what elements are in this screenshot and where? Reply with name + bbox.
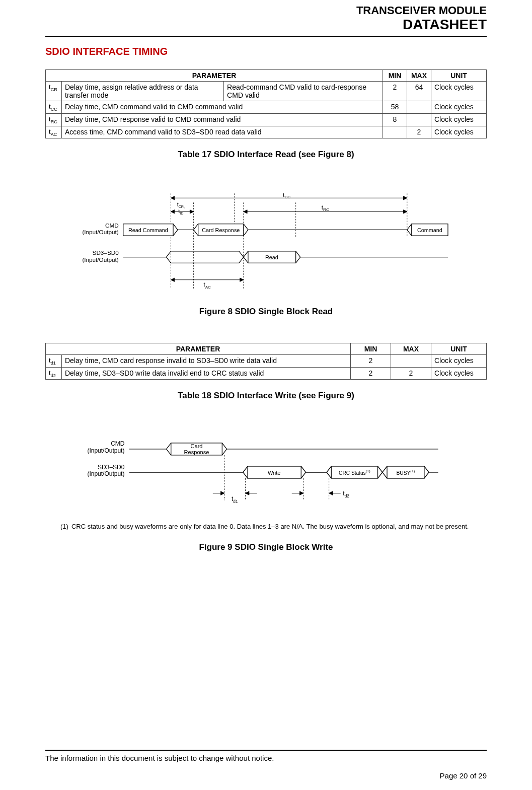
svg-marker-7 (171, 196, 174, 200)
table-header-row: PARAMETER MIN MAX UNIT (46, 343, 487, 355)
svg-line-35 (243, 251, 248, 257)
figure-9-footnote: (1) CRC status and busy waveforms are on… (60, 523, 472, 531)
footnote-num: (1) (60, 523, 68, 531)
page-number: Page 20 of 29 (45, 771, 487, 780)
header-line1: TRANSCEIVER MODULE (45, 4, 487, 17)
header-line2: DATASHEET (45, 17, 487, 33)
table-row: td1 Delay time, CMD card response invali… (46, 355, 487, 368)
unit-cell: Clock cycles (431, 114, 487, 126)
footer-area: The information in this document is subj… (45, 730, 487, 780)
svg-line-45 (166, 443, 171, 449)
desc-cell: Delay time, SD3–SD0 write data invalid e… (62, 367, 351, 380)
svg-line-34 (239, 257, 243, 263)
svg-marker-14 (403, 210, 407, 213)
symbol-cell: td2 (46, 367, 62, 380)
th-max: MAX (407, 70, 431, 82)
svg-marker-13 (243, 210, 247, 213)
label-cmd: CMD (111, 441, 125, 448)
svg-line-56 (301, 472, 306, 478)
desc2-cell: Read-command CMD valid to card-response … (224, 82, 383, 101)
svg-line-22 (243, 224, 248, 230)
desc-cell: Delay time, assign relative address or d… (62, 82, 224, 101)
unit-cell: Clock cycles (431, 82, 487, 101)
svg-line-67 (424, 472, 428, 478)
svg-line-59 (327, 472, 331, 478)
svg-marker-42 (171, 278, 174, 281)
desc-cell: Delay time, CMD response valid to CMD co… (62, 114, 383, 126)
label-card-resp-1: Card (190, 443, 202, 449)
svg-line-19 (193, 224, 198, 230)
label-sd-io: (Input/Output) (82, 256, 118, 263)
label-cmd-io: (Input/Output) (82, 229, 118, 236)
svg-marker-10 (171, 210, 174, 213)
page: TRANSCEIVER MODULE DATASHEET SDIO INTERF… (0, 0, 532, 790)
section-title: SDIO INTERFACE TIMING (45, 46, 487, 57)
max-cell (407, 101, 431, 114)
symbol-cell: td1 (46, 355, 62, 368)
min-cell: 2 (351, 355, 391, 368)
svg-marker-8 (403, 196, 407, 200)
svg-marker-76 (245, 491, 249, 495)
label-write: Write (267, 470, 280, 476)
label-cmd-io: (Input/Output) (87, 448, 124, 455)
svg-line-49 (222, 449, 226, 455)
label-td2: td2 (343, 490, 349, 499)
figure-9: CMD (Input/Output) SD3–SD0 (Input/Output… (85, 432, 447, 513)
label-card-response: Card Response (202, 227, 240, 233)
svg-marker-74 (220, 491, 224, 495)
svg-line-58 (327, 466, 331, 472)
table-18: PARAMETER MIN MAX UNIT td1 Delay time, C… (45, 343, 487, 380)
label-command: Command (417, 227, 442, 233)
desc-cell: Delay time, CMD card response invalid to… (62, 355, 351, 368)
label-sd: SD3–SD0 (98, 464, 125, 471)
svg-marker-11 (190, 210, 193, 213)
desc-cell: Delay time, CMD command valid to CMD com… (62, 101, 383, 114)
footer-rule (45, 750, 487, 751)
unit-cell: Clock cycles (431, 101, 487, 114)
svg-line-25 (407, 224, 411, 230)
svg-line-46 (166, 449, 171, 455)
max-cell (407, 114, 431, 126)
symbol-cell: tRC (46, 114, 62, 126)
svg-line-53 (243, 472, 247, 478)
svg-line-17 (173, 230, 178, 236)
svg-line-52 (243, 466, 247, 472)
symbol-cell: tCC (46, 101, 62, 114)
svg-line-26 (407, 230, 411, 236)
label-card-resp-2: Response (184, 449, 209, 455)
label-sd: SD3–SD0 (92, 249, 119, 256)
table-header-row: PARAMETER MIN MAX UNIT (46, 70, 487, 82)
label-read-command: Read Command (128, 227, 168, 233)
symbol-cell: tAC (46, 126, 62, 138)
max-cell: 64 (407, 82, 431, 101)
svg-line-55 (301, 466, 306, 472)
th-parameter: PARAMETER (46, 70, 383, 82)
max-cell: 2 (391, 367, 431, 380)
svg-line-33 (239, 251, 243, 257)
figure-9-wrap: CMD (Input/Output) SD3–SD0 (Input/Output… (45, 432, 487, 513)
table-row: tRC Delay time, CMD response valid to CM… (46, 114, 487, 126)
label-td1: td1 (231, 496, 238, 505)
table-17-caption: Table 17 SDIO Interface Read (see Figure… (45, 150, 487, 160)
svg-line-29 (166, 251, 171, 257)
svg-line-63 (382, 466, 387, 472)
svg-line-31 (166, 257, 171, 263)
table-18-caption: Table 18 SDIO Interface Write (see Figur… (45, 391, 487, 401)
label-sd-io: (Input/Output) (87, 471, 124, 478)
label-cmd: CMD (105, 222, 119, 229)
figure-8-caption: Figure 8 SDIO Single Block Read (45, 307, 487, 317)
table-row: tCC Delay time, CMD command valid to CMD… (46, 101, 487, 114)
table-row: tCR Delay time, assign relative address … (46, 82, 487, 101)
footnote-text: CRC status and busy waveforms are only f… (71, 523, 469, 531)
svg-marker-80 (329, 491, 332, 495)
max-cell (391, 355, 431, 368)
unit-cell: Clock cycles (431, 367, 487, 380)
max-cell: 2 (407, 126, 431, 138)
svg-marker-43 (240, 278, 243, 281)
svg-line-61 (377, 466, 382, 472)
svg-line-39 (295, 257, 300, 263)
min-cell (383, 126, 407, 138)
label-tac: tAC (203, 281, 211, 290)
min-cell: 2 (383, 82, 407, 101)
desc-cell: Access time, CMD command valid to SD3–SD… (62, 126, 383, 138)
